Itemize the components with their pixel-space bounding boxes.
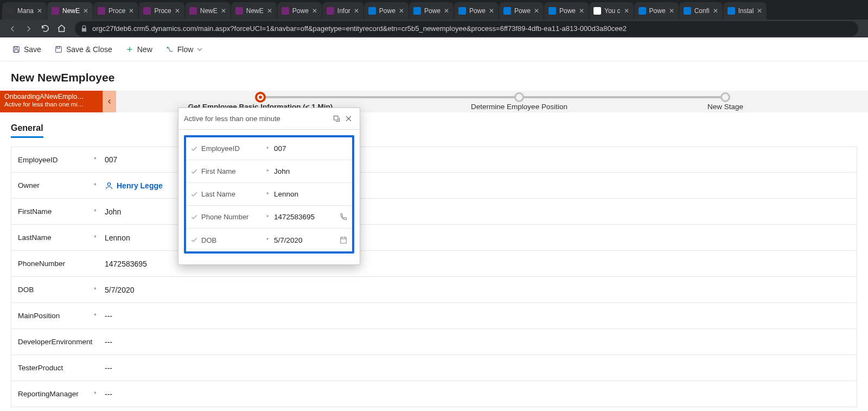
tab-close-icon[interactable]: ✕ xyxy=(354,7,359,15)
close-icon[interactable] xyxy=(342,113,354,125)
browser-tab[interactable]: Infor ✕ xyxy=(322,2,363,20)
flyout-field-value[interactable]: 5/7/2020 xyxy=(274,236,339,244)
favicon-icon xyxy=(458,7,466,15)
tab-close-icon[interactable]: ✕ xyxy=(37,7,42,15)
back-button[interactable] xyxy=(5,22,20,36)
form-row: MainPosition * --- xyxy=(11,303,857,329)
flyout-row: EmployeeID * 007 xyxy=(186,137,352,160)
tab-close-icon[interactable]: ✕ xyxy=(579,7,584,15)
field-value[interactable]: --- xyxy=(105,364,112,372)
tab-general[interactable]: General xyxy=(11,123,43,138)
browser-tab[interactable]: Proce ✕ xyxy=(93,2,138,20)
browser-tab[interactable]: Powe ✕ xyxy=(409,2,454,20)
bpf-stage-label[interactable]: Determine Employee Position xyxy=(471,103,567,111)
tab-close-icon[interactable]: ✕ xyxy=(534,7,539,15)
tab-close-icon[interactable]: ✕ xyxy=(624,7,629,15)
favicon-icon xyxy=(327,7,334,15)
field-value[interactable]: --- xyxy=(105,390,112,399)
browser-tab[interactable]: Instal ✕ xyxy=(723,2,767,20)
bpf-stage-dot[interactable] xyxy=(720,92,730,102)
flyout-field-value[interactable]: 007 xyxy=(274,144,348,153)
check-icon xyxy=(190,191,198,198)
field-value[interactable]: --- xyxy=(105,312,112,320)
browser-tabstrip: Mana ✕ NewE ✕ Proce ✕ Proce ✕ NewE ✕ New… xyxy=(0,0,868,20)
lock-icon xyxy=(80,25,88,33)
tab-close-icon[interactable]: ✕ xyxy=(175,7,180,15)
tab-label: Powe xyxy=(559,7,576,15)
field-value[interactable]: --- xyxy=(105,338,112,346)
browser-tab[interactable]: Powe ✕ xyxy=(544,2,589,20)
tab-close-icon[interactable]: ✕ xyxy=(312,7,317,15)
field-value[interactable]: John xyxy=(105,207,121,216)
tab-close-icon[interactable]: ✕ xyxy=(221,7,226,15)
bpf-stage-dot[interactable] xyxy=(255,92,266,103)
tab-close-icon[interactable]: ✕ xyxy=(267,7,272,15)
bpf-stage-label[interactable]: New Stage xyxy=(707,103,743,111)
tab-close-icon[interactable]: ✕ xyxy=(713,7,718,15)
url-text: orgc27fdeb6.crm5.dynamics.com/main.aspx?… xyxy=(92,24,627,33)
field-label: EmployeeID xyxy=(18,156,94,164)
tab-label: Powe xyxy=(424,7,441,15)
save-button[interactable]: Save xyxy=(5,37,48,61)
tab-label: Proce xyxy=(154,7,171,15)
chevron-down-icon xyxy=(195,45,207,54)
browser-tab[interactable]: Powe ✕ xyxy=(454,2,499,20)
svg-rect-7 xyxy=(341,237,347,243)
favicon-icon xyxy=(548,7,556,15)
new-button[interactable]: New xyxy=(119,37,159,61)
favicon-icon xyxy=(143,7,151,15)
tab-close-icon[interactable]: ✕ xyxy=(757,7,762,15)
flyout-field-value[interactable]: Lennon xyxy=(274,190,348,198)
tab-close-icon[interactable]: ✕ xyxy=(444,7,449,15)
tab-close-icon[interactable]: ✕ xyxy=(489,7,494,15)
browser-tab[interactable]: Powe ✕ xyxy=(364,2,409,20)
form-row: EmployeeID * 007 xyxy=(11,147,857,173)
flyout-field-value[interactable]: 1472583695 xyxy=(274,213,339,221)
tab-label: Infor xyxy=(337,7,350,15)
required-indicator: * xyxy=(266,191,274,198)
tab-label: Proce xyxy=(108,7,125,15)
field-value[interactable]: 5/7/2020 xyxy=(105,286,135,294)
tab-close-icon[interactable]: ✕ xyxy=(669,7,674,15)
flyout-field-label: DOB xyxy=(201,236,266,244)
check-icon xyxy=(190,168,198,175)
field-label: DOB xyxy=(18,286,94,294)
favicon-icon xyxy=(7,7,14,15)
favicon-icon xyxy=(98,7,105,15)
browser-tab[interactable]: NewE ✕ xyxy=(47,2,93,20)
bpf-stage-dot[interactable] xyxy=(514,92,524,102)
flyout-field-value[interactable]: John xyxy=(274,167,348,175)
field-value[interactable]: 007 xyxy=(105,155,117,164)
flow-button[interactable]: Flow xyxy=(159,37,214,61)
browser-tab[interactable]: Powe ✕ xyxy=(277,2,322,20)
browser-tab[interactable]: NewE ✕ xyxy=(231,2,277,20)
browser-tab[interactable]: Powe ✕ xyxy=(499,2,544,20)
required-indicator: * xyxy=(266,146,274,152)
tab-close-icon[interactable]: ✕ xyxy=(129,7,134,15)
browser-tab[interactable]: NewE ✕ xyxy=(185,2,231,20)
tab-close-icon[interactable]: ✕ xyxy=(83,7,88,15)
reload-button[interactable] xyxy=(38,22,52,36)
browser-tab[interactable]: Confi ✕ xyxy=(679,2,723,20)
tab-close-icon[interactable]: ✕ xyxy=(399,7,404,15)
flyout-field-label: Last Name xyxy=(201,190,266,198)
calendar-icon[interactable] xyxy=(339,236,348,244)
dock-icon[interactable] xyxy=(330,113,342,125)
field-value[interactable]: 1472583695 xyxy=(105,260,147,268)
browser-tab[interactable]: Powe ✕ xyxy=(634,2,679,20)
browser-tab[interactable]: Mana ✕ xyxy=(2,2,47,20)
favicon-icon xyxy=(593,7,601,15)
browser-tab[interactable]: You c ✕ xyxy=(589,2,634,20)
home-button[interactable] xyxy=(54,22,68,36)
phone-icon[interactable] xyxy=(339,213,348,222)
tab-label: NewE xyxy=(246,7,264,15)
browser-tab[interactable]: Proce ✕ xyxy=(139,2,184,20)
save-close-button[interactable]: Save & Close xyxy=(48,37,119,61)
form-row: TesterProduct --- xyxy=(11,355,857,381)
required-indicator: * xyxy=(94,390,105,398)
bpf-scroll-left[interactable] xyxy=(103,91,116,112)
bpf-name[interactable]: OnboardingANewEmplo… Active for less tha… xyxy=(0,91,103,112)
url-box[interactable]: orgc27fdeb6.crm5.dynamics.com/main.aspx?… xyxy=(75,21,858,36)
field-value[interactable]: Lennon xyxy=(105,233,130,242)
forward-button[interactable] xyxy=(22,22,36,36)
